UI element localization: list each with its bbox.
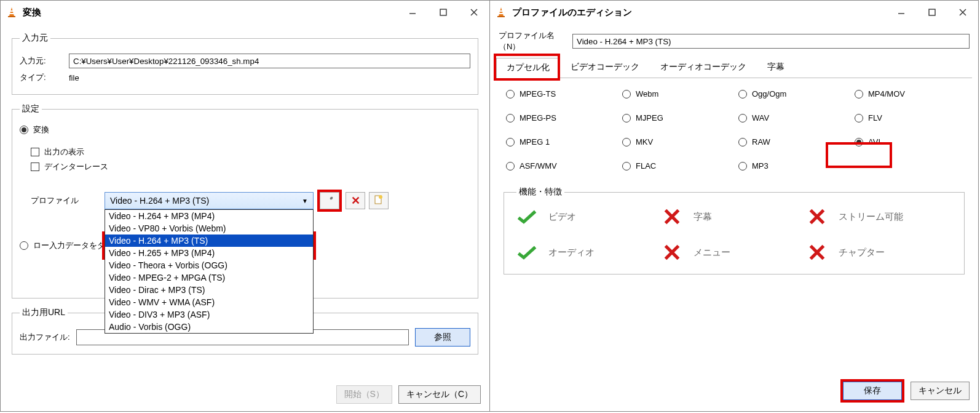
caps-raw[interactable]: RAW [738, 137, 846, 146]
checkbox-icon [31, 148, 39, 156]
chevron-down-icon: ▼ [302, 198, 308, 204]
close-button[interactable] [459, 1, 489, 24]
x-red-icon: ✕ [351, 194, 360, 207]
type-label: タイプ: [20, 72, 69, 83]
wrench-icon [325, 195, 334, 207]
profile-label: プロファイル [31, 195, 105, 206]
maximize-button[interactable] [917, 1, 947, 24]
dropdown-option[interactable]: Video - Theora + Vorbis (OGG) [105, 259, 313, 271]
titlebar-right: プロファイルのエディション [490, 1, 978, 24]
dropdown-option[interactable]: Video - DIV3 + MP3 (ASF) [105, 308, 313, 321]
svg-rect-11 [497, 16, 505, 17]
profile-name-field[interactable] [572, 34, 970, 49]
tab-audio-codec[interactable]: オーディオコーデック [650, 57, 757, 78]
x-icon [662, 243, 682, 262]
caps-mjpeg[interactable]: MJPEG [622, 113, 730, 122]
feature-audio: オーディオ [516, 243, 662, 262]
input-label: 入力元: [20, 55, 69, 66]
cancel-button[interactable]: キャンセル（C） [398, 385, 481, 404]
caps-mkv[interactable]: MKV [622, 137, 730, 146]
deinterlace-check[interactable]: デインターレース [31, 161, 470, 172]
caps-mpeg-ps[interactable]: MPEG-PS [506, 113, 614, 122]
dropdown-option[interactable]: Video - WMV + WMA (ASF) [105, 296, 313, 308]
maximize-button[interactable] [428, 1, 459, 24]
feature-streamable: ストリーム可能 [807, 207, 952, 226]
settings-group: 設定 変換 出力の表示 デインターレース プロファイル Video - H.26… [12, 103, 478, 299]
caps-ogg[interactable]: Ogg/Ogm [738, 89, 846, 98]
tab-encapsulation[interactable]: カプセル化 [496, 58, 560, 78]
radio-icon [738, 162, 747, 170]
profile-combobox[interactable]: Video - H.264 + MP3 (TS) ▼ [105, 192, 314, 209]
delete-profile-button[interactable]: ✕ [346, 192, 365, 209]
caps-mp3[interactable]: MP3 [738, 161, 846, 170]
save-button[interactable]: 保存 [843, 382, 902, 400]
caps-mp4-mov[interactable]: MP4/MOV [855, 89, 962, 98]
radio-icon [738, 90, 747, 98]
new-doc-icon [374, 195, 383, 207]
dropdown-option[interactable]: Video - Dirac + MP3 (TS) [105, 284, 313, 296]
dropdown-option[interactable]: Video - H.264 + MP3 (TS) [105, 235, 313, 247]
x-icon [662, 207, 682, 226]
output-file-label: 出力ファイル: [20, 332, 70, 343]
show-output-label: 出力の表示 [44, 146, 84, 158]
convert-window: 変換 入力元 入力元: タイプ: file 設定 変換 [0, 0, 489, 412]
vlc-cone-icon [6, 6, 18, 18]
radio-icon [622, 114, 631, 122]
radio-icon [506, 162, 515, 170]
check-icon [516, 207, 537, 226]
minimize-button[interactable] [397, 1, 428, 24]
radio-icon [855, 138, 863, 146]
tab-subtitles[interactable]: 字幕 [757, 57, 795, 78]
caps-wav[interactable]: WAV [738, 113, 846, 122]
radio-icon [738, 138, 747, 146]
settings-legend: 設定 [20, 103, 42, 114]
titlebar-left: 変換 [1, 1, 489, 24]
minimize-button[interactable] [886, 1, 917, 24]
profile-name-label: プロファイル名（N） [499, 30, 572, 52]
dropdown-option[interactable]: Video - H.265 + MP3 (MP4) [105, 247, 313, 259]
edit-profile-button[interactable] [320, 192, 339, 209]
dropdown-option[interactable]: Video - MPEG-2 + MPGA (TS) [105, 271, 313, 284]
caps-avi[interactable]: AVI [855, 137, 962, 146]
convert-radio-row[interactable]: 変換 [20, 124, 470, 135]
dropdown-option[interactable]: Video - VP80 + Vorbis (Webm) [105, 222, 313, 235]
caps-mpeg-ts[interactable]: MPEG-TS [506, 89, 614, 98]
svg-rect-13 [499, 13, 503, 14]
input-path-field[interactable] [69, 54, 470, 68]
close-button[interactable] [947, 1, 978, 24]
input-legend: 入力元 [20, 33, 50, 44]
radio-icon [622, 138, 631, 146]
annotation-box: 保存 [840, 379, 904, 403]
caps-flv[interactable]: FLV [855, 113, 962, 122]
svg-rect-2 [10, 10, 13, 12]
profile-edition-window: プロファイルのエディション プロファイル名（N） カプセル化 ビデオコーデック … [489, 0, 979, 412]
dropdown-option[interactable]: Audio - Vorbis (OGG) [105, 321, 313, 333]
checkbox-icon [31, 162, 39, 171]
radio-icon [622, 162, 631, 170]
dropdown-option[interactable]: Video - H.264 + MP3 (MP4) [105, 210, 313, 222]
radio-icon [506, 90, 515, 98]
tab-video-codec[interactable]: ビデオコーデック [560, 57, 650, 78]
output-legend: 出力用URL [20, 307, 68, 318]
x-icon [807, 207, 828, 226]
radio-icon [20, 241, 28, 250]
combo-value: Video - H.264 + MP3 (TS) [110, 196, 209, 206]
new-profile-button[interactable] [369, 192, 389, 209]
radio-icon [506, 138, 515, 146]
browse-button[interactable]: 参照 [415, 328, 470, 347]
svg-rect-15 [929, 9, 935, 15]
show-output-check[interactable]: 出力の表示 [31, 146, 470, 158]
window-title: 変換 [23, 7, 41, 18]
window-title: プロファイルのエディション [512, 7, 632, 18]
caps-asf-wmv[interactable]: ASF/WMV [506, 161, 614, 170]
profile-dropdown[interactable]: Video - H.264 + MP3 (MP4) Video - VP80 +… [105, 209, 314, 334]
tabs: カプセル化 ビデオコーデック オーディオコーデック 字幕 [496, 57, 972, 78]
caps-flac[interactable]: FLAC [622, 161, 730, 170]
start-button[interactable]: 開始（S） [336, 385, 392, 404]
caps-mpeg1[interactable]: MPEG 1 [506, 137, 614, 146]
cancel-button[interactable]: キャンセル [911, 382, 970, 400]
input-source-group: 入力元 入力元: タイプ: file [12, 33, 478, 95]
convert-radio-label: 変換 [33, 124, 49, 135]
check-icon [516, 243, 537, 262]
caps-webm[interactable]: Webm [622, 89, 730, 98]
